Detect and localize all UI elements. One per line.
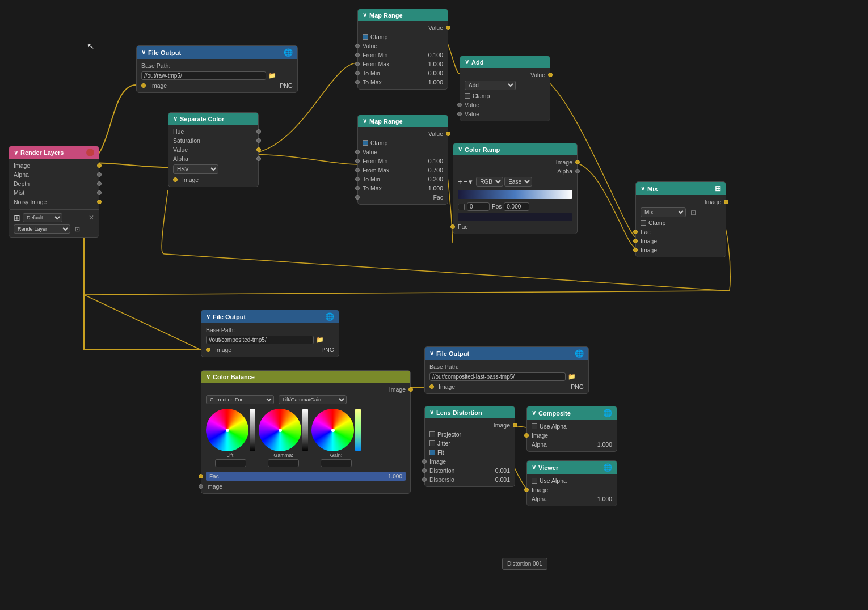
dispersion-socket-ld[interactable]	[422, 477, 427, 482]
folder-icon-2[interactable]: 📁	[316, 336, 324, 344]
remove-stop-button[interactable]: −	[464, 177, 468, 186]
clamp-checkbox-add[interactable]	[465, 93, 470, 99]
layer-select-row[interactable]: ⊞ Default ✕	[9, 212, 99, 223]
base-path-input-3[interactable]	[429, 372, 566, 381]
collapse-icon-fo3[interactable]: ∨	[429, 350, 434, 357]
image-input-socket-3[interactable]	[429, 384, 434, 389]
base-path-row-2[interactable]: 📁	[201, 334, 339, 345]
gain-input[interactable]	[321, 459, 352, 467]
more-options-button[interactable]: ▾	[469, 177, 473, 186]
use-alpha-checkbox-comp[interactable]	[532, 423, 537, 429]
image-output-socket[interactable]	[97, 163, 102, 168]
collapse-icon-mr1[interactable]: ∨	[363, 11, 367, 19]
image-out-socket-cr[interactable]	[575, 160, 580, 164]
collapse-icon-comp[interactable]: ∨	[532, 409, 536, 417]
add-stop-button[interactable]: +	[458, 177, 462, 186]
cr-controls[interactable]: + − ▾ RGB Ease	[453, 176, 577, 188]
gamma-strip[interactable]	[302, 409, 308, 451]
value-in-socket-add-2[interactable]	[457, 112, 462, 116]
alpha-output-socket[interactable]	[97, 172, 102, 177]
depth-output-socket[interactable]	[97, 181, 102, 186]
fac-in-socket-cr[interactable]	[450, 224, 455, 229]
image-out-socket-ld[interactable]	[513, 423, 517, 427]
from-max-socket-mr1[interactable]	[355, 62, 360, 66]
to-min-socket-mr1[interactable]	[355, 71, 360, 75]
alpha-out-socket-cr[interactable]	[575, 169, 580, 173]
fac-socket-mr2[interactable]	[355, 195, 360, 200]
collapse-icon-fo2[interactable]: ∨	[206, 313, 210, 320]
clamp-checkbox-mr2[interactable]	[363, 140, 368, 146]
fac-in-socket-mix[interactable]	[633, 230, 638, 234]
alpha-socket-sc[interactable]	[256, 156, 261, 161]
scene-select[interactable]: Default	[23, 213, 62, 222]
hue-socket[interactable]	[256, 129, 261, 134]
base-path-row-1[interactable]: 📁	[137, 70, 297, 81]
value-out-socket-add[interactable]	[548, 73, 553, 77]
close-icon[interactable]: ✕	[89, 214, 94, 222]
collapse-icon-cb[interactable]: ∨	[206, 373, 210, 380]
collapse-icon-sc[interactable]: ∨	[173, 115, 178, 122]
image-out-socket-cb[interactable]	[408, 387, 413, 392]
value-in-socket-mr2[interactable]	[355, 150, 360, 154]
color-ramp-gradient[interactable]	[458, 190, 572, 199]
from-min-socket-mr2[interactable]	[355, 159, 360, 163]
clamp-row-mr1[interactable]: Clamp	[358, 32, 448, 41]
color-mode-select[interactable]: HSV	[173, 164, 218, 174]
fit-row-ld[interactable]: Fit	[425, 448, 515, 457]
to-min-socket-mr2[interactable]	[355, 177, 360, 181]
jitter-checkbox-ld[interactable]	[429, 440, 435, 446]
base-path-row-3[interactable]: 📁	[425, 371, 588, 382]
gamma-color-wheel[interactable]	[259, 409, 301, 451]
distortion-socket-ld[interactable]	[422, 468, 427, 473]
correction-mode-row[interactable]: Correction For... Lift/Gamma/Gain	[201, 394, 410, 405]
image-in-socket-mix-2[interactable]	[633, 248, 638, 252]
render-layer-select[interactable]: RenderLayer	[14, 224, 70, 234]
image-input-socket-comp[interactable]	[524, 433, 529, 438]
image-input-socket-sc[interactable]	[173, 177, 178, 182]
value-out-socket-mr1[interactable]	[446, 26, 450, 30]
base-path-input-1[interactable]	[141, 71, 266, 80]
fac-socket-cb[interactable]	[199, 474, 203, 478]
add-mode-select[interactable]: Add	[465, 81, 516, 90]
image-in-socket-cb[interactable]	[199, 484, 203, 489]
base-path-input-2[interactable]	[206, 336, 314, 344]
to-max-socket-mr2[interactable]	[355, 186, 360, 190]
use-alpha-row-comp[interactable]: Use Alpha	[527, 422, 617, 431]
value-in-socket-mr1[interactable]	[355, 44, 360, 48]
projector-checkbox-ld[interactable]	[429, 431, 435, 437]
image-input-socket-2[interactable]	[206, 348, 210, 352]
lift-strip[interactable]	[250, 409, 255, 451]
fit-checkbox-ld[interactable]	[429, 450, 435, 455]
collapse-icon-ld[interactable]: ∨	[429, 409, 434, 416]
ramp-pos-input[interactable]	[467, 202, 490, 211]
value-socket-sc[interactable]	[256, 147, 261, 152]
clamp-row-add[interactable]: Clamp	[460, 91, 550, 100]
image-in-socket-mix-1[interactable]	[633, 239, 638, 243]
image-input-socket-viewer[interactable]	[524, 488, 529, 492]
lift-input[interactable]	[215, 459, 246, 467]
jitter-row-ld[interactable]: Jitter	[425, 439, 515, 448]
lift-color-wheel[interactable]	[206, 409, 248, 451]
use-alpha-row-viewer[interactable]: Use Alpha	[527, 476, 617, 485]
collapse-icon-cr[interactable]: ∨	[458, 146, 462, 153]
interp-select-cr[interactable]: Ease	[504, 177, 532, 187]
use-alpha-checkbox-viewer[interactable]	[532, 478, 537, 484]
collapse-icon-add[interactable]: ∨	[465, 58, 469, 66]
collapse-icon-viewer[interactable]: ∨	[532, 464, 536, 471]
mix-mode-row[interactable]: Mix ⊡	[636, 206, 726, 218]
value-out-socket-mr2[interactable]	[446, 132, 450, 136]
clamp-row-mix[interactable]: Clamp	[636, 218, 726, 227]
image-input-socket-1[interactable]	[141, 83, 146, 88]
saturation-socket[interactable]	[256, 138, 261, 143]
to-max-socket-mr1[interactable]	[355, 80, 360, 84]
image-out-socket-mix[interactable]	[724, 200, 728, 204]
mix-mode-select[interactable]: Mix	[641, 207, 686, 217]
folder-icon-1[interactable]: 📁	[268, 72, 276, 79]
mist-output-socket[interactable]	[97, 190, 102, 195]
gamma-input[interactable]	[268, 459, 299, 467]
collapse-icon[interactable]: ∨	[14, 149, 18, 156]
mix-options-icon[interactable]: ⊡	[690, 209, 696, 217]
projector-row-ld[interactable]: Projector	[425, 430, 515, 439]
folder-icon-3[interactable]: 📁	[568, 373, 576, 380]
clamp-row-mr2[interactable]: Clamp	[358, 138, 448, 147]
